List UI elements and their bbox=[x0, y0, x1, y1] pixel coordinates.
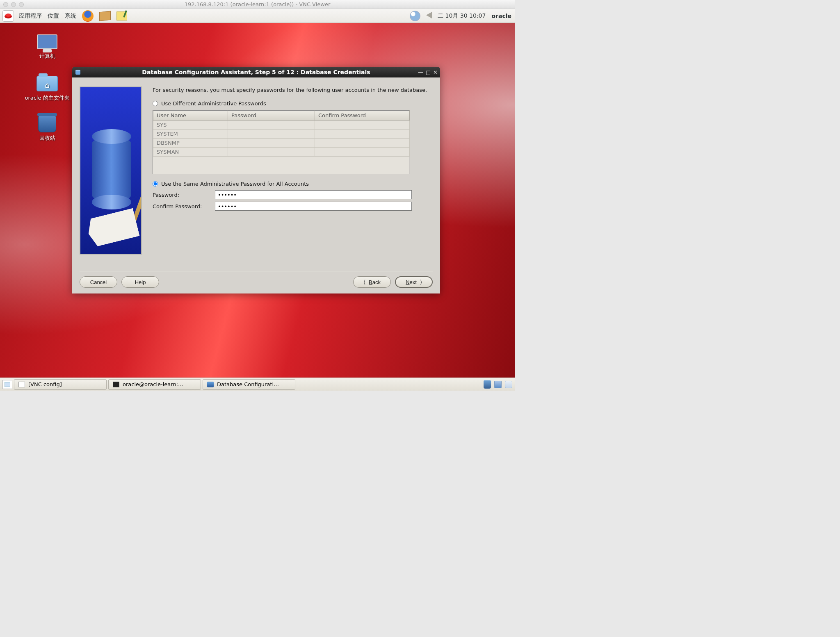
home-folder-icon: ⌂ bbox=[37, 76, 58, 91]
desktop-label-home: oracle 的主文件夹 bbox=[21, 94, 74, 102]
dialog-title-icon bbox=[75, 69, 81, 75]
taskbar-item-dbca[interactable]: Database Configurati… bbox=[203, 379, 295, 390]
cell-username: SYS bbox=[153, 121, 228, 130]
terminal-icon bbox=[113, 382, 119, 387]
desktop-icon-home[interactable]: ⌂ oracle 的主文件夹 bbox=[21, 75, 74, 102]
cell-password bbox=[228, 148, 315, 157]
dialog-minimize-icon[interactable]: — bbox=[418, 70, 423, 75]
col-header-password: Password bbox=[228, 111, 315, 121]
taskbar-item-vnc-config[interactable]: [VNC config] bbox=[14, 379, 107, 390]
password-input[interactable] bbox=[215, 190, 412, 199]
dialog-titlebar[interactable]: Database Configuration Assistant, Step 5… bbox=[72, 67, 440, 77]
taskbar-label: [VNC config] bbox=[28, 381, 62, 387]
confirm-password-label: Confirm Password: bbox=[153, 203, 209, 209]
tray-trash-icon[interactable] bbox=[484, 380, 491, 389]
notes-icon[interactable] bbox=[116, 11, 128, 20]
user-menu[interactable]: oracle bbox=[491, 13, 512, 19]
dbca-dialog: Database Configuration Assistant, Step 5… bbox=[72, 67, 440, 293]
desktop-icon-computer[interactable]: 计算机 bbox=[21, 33, 74, 60]
gnome-top-panel: 应用程序 位置 系统 二 10月 30 10:07 oracle bbox=[0, 9, 515, 23]
cell-password bbox=[228, 139, 315, 148]
desktop-label-computer: 计算机 bbox=[21, 52, 74, 60]
table-row: DBSNMP bbox=[153, 139, 410, 148]
dialog-maximize-icon[interactable]: □ bbox=[426, 70, 431, 75]
workspace-switcher-1[interactable] bbox=[494, 381, 502, 388]
firefox-icon[interactable] bbox=[81, 10, 94, 22]
chevron-left-icon: ⟨ bbox=[363, 279, 365, 285]
taskbar-label: Database Configurati… bbox=[217, 381, 279, 387]
svg-point-1 bbox=[5, 14, 11, 17]
menu-places[interactable]: 位置 bbox=[47, 12, 60, 20]
radio-same-password[interactable] bbox=[153, 181, 158, 187]
table-row: SYSTEM bbox=[153, 130, 410, 139]
svg-point-3 bbox=[75, 70, 80, 71]
help-button[interactable]: Help bbox=[121, 276, 159, 288]
dialog-title: Database Configuration Assistant, Step 5… bbox=[142, 69, 370, 75]
radio-same-password-label[interactable]: Use the Same Administrative Password for… bbox=[161, 181, 309, 187]
cell-username: DBSNMP bbox=[153, 139, 228, 148]
cell-password bbox=[228, 121, 315, 130]
cell-username: SYSMAN bbox=[153, 148, 228, 157]
sound-icon[interactable] bbox=[425, 12, 433, 20]
vnc-viewer-titlebar: 192.168.8.120:1 (oracle-learn:1 (oracle)… bbox=[0, 0, 515, 9]
vnc-viewer-title: 192.168.8.120:1 (oracle-learn:1 (oracle)… bbox=[185, 1, 331, 7]
database-icon bbox=[207, 382, 214, 387]
mac-traffic-lights bbox=[3, 2, 24, 7]
window-icon bbox=[18, 382, 25, 387]
table-row: SYSMAN bbox=[153, 148, 410, 157]
cancel-button[interactable]: Cancel bbox=[80, 276, 117, 288]
table-row: SYS bbox=[153, 121, 410, 130]
network-icon[interactable] bbox=[409, 11, 421, 21]
menu-system[interactable]: 系统 bbox=[64, 12, 77, 20]
show-desktop-button[interactable] bbox=[2, 380, 12, 389]
col-header-username: User Name bbox=[153, 111, 228, 121]
next-button[interactable]: Next ⟩ bbox=[395, 276, 433, 288]
redhat-icon[interactable] bbox=[2, 10, 14, 22]
desktop: 计算机 ⌂ oracle 的主文件夹 回收站 Database Configur… bbox=[0, 23, 515, 378]
col-header-confirm: Confirm Password bbox=[315, 111, 410, 121]
confirm-password-input[interactable] bbox=[215, 202, 412, 211]
trash-icon bbox=[38, 115, 56, 132]
package-icon[interactable] bbox=[98, 11, 112, 20]
radio-different-passwords-label[interactable]: Use Different Administrative Passwords bbox=[161, 100, 266, 107]
cell-password bbox=[228, 130, 315, 139]
cell-confirm bbox=[315, 130, 410, 139]
workspace-switcher-2[interactable] bbox=[505, 381, 512, 388]
chevron-right-icon: ⟩ bbox=[420, 279, 422, 285]
mac-max-dot[interactable] bbox=[19, 2, 24, 7]
svg-rect-4 bbox=[5, 382, 10, 387]
radio-different-passwords[interactable] bbox=[153, 101, 158, 106]
cell-confirm bbox=[315, 121, 410, 130]
cell-username: SYSTEM bbox=[153, 130, 228, 139]
taskbar-item-terminal[interactable]: oracle@oracle-learn:… bbox=[108, 379, 201, 390]
back-button[interactable]: ⟨ Back bbox=[353, 276, 391, 288]
passwords-table: User Name Password Confirm Password SYS … bbox=[153, 110, 409, 174]
dialog-side-artwork bbox=[80, 86, 142, 255]
dialog-close-icon[interactable]: ✕ bbox=[433, 70, 438, 75]
password-label: Password: bbox=[153, 192, 209, 198]
dialog-separator bbox=[80, 271, 433, 271]
desktop-label-trash: 回收站 bbox=[21, 134, 74, 142]
mac-min-dot[interactable] bbox=[11, 2, 16, 7]
cell-confirm bbox=[315, 139, 410, 148]
gnome-bottom-panel: [VNC config] oracle@oracle-learn:… Datab… bbox=[0, 378, 515, 391]
dialog-intro-text: For security reasons, you must specify p… bbox=[153, 86, 433, 94]
clock[interactable]: 二 10月 30 10:07 bbox=[437, 12, 486, 20]
mac-close-dot[interactable] bbox=[3, 2, 8, 7]
desktop-icon-trash[interactable]: 回收站 bbox=[21, 115, 74, 142]
computer-icon bbox=[37, 34, 57, 49]
taskbar-label: oracle@oracle-learn:… bbox=[123, 381, 183, 387]
cell-confirm bbox=[315, 148, 410, 157]
menu-applications[interactable]: 应用程序 bbox=[18, 12, 43, 20]
